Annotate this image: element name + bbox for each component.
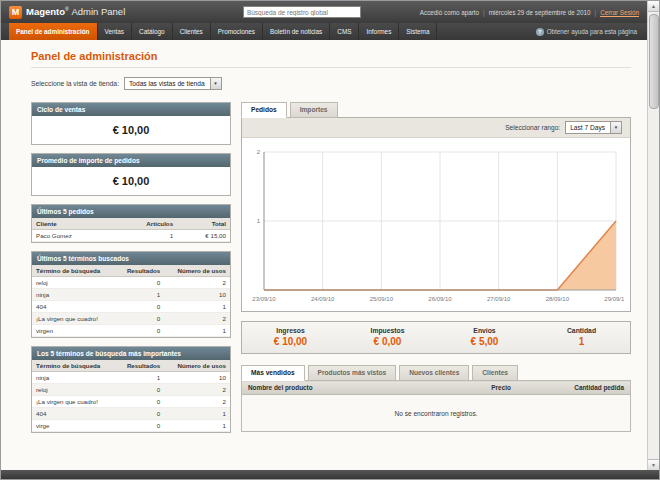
top-search-terms-table: Término de búsquedaResultadosNúmero de u… — [32, 360, 230, 432]
store-view-select[interactable]: Todas las vistas de tienda ▼ — [124, 77, 222, 90]
table-row: reloj02 — [32, 384, 230, 396]
brand-area: M Magento® Admin Panel — [9, 6, 184, 19]
range-select[interactable]: Last 7 Days ▼ — [565, 121, 622, 134]
total-cell: Envíos€ 5,00 — [436, 322, 533, 353]
table-row: ¡La virgen que cuadro!02 — [32, 396, 230, 408]
table-row: ¡La virgen que cuadro!02 — [32, 313, 230, 325]
dashboard-main: PedidosImportes Seleccionar rango: Last … — [241, 102, 631, 441]
card-title: Últimos 5 pedidos — [32, 205, 230, 218]
svg-text:28/09/10: 28/09/10 — [546, 296, 570, 302]
total-value: € 10,00 — [242, 336, 339, 347]
lifetime-sales-value: € 10,00 — [32, 116, 230, 144]
total-cell: Cantidad1 — [533, 322, 630, 353]
main-nav: Panel de administraciónVentasCatálogoCli… — [1, 23, 647, 40]
empty-message: No se encontraron registros. — [242, 395, 631, 432]
range-label: Seleccionar rango: — [505, 124, 560, 131]
app-subtitle: Admin Panel — [71, 7, 125, 18]
column-header: Resultados — [116, 360, 164, 372]
column-header: Cliente — [32, 218, 113, 230]
column-header: Cantidad pedida — [517, 381, 631, 395]
bottom-tabs: Más vendidosProductos más vistosNuevos c… — [241, 365, 631, 381]
total-label: Cantidad — [533, 327, 630, 334]
separator: | — [483, 9, 485, 16]
total-label: Envíos — [436, 327, 533, 334]
chart-panel: Seleccionar rango: Last 7 Days ▼ 23/09/1… — [241, 117, 631, 312]
svg-text:24/09/10: 24/09/10 — [311, 296, 335, 302]
svg-text:23/09/10: 23/09/10 — [252, 296, 276, 302]
help-label: Obtener ayuda para esta página — [547, 28, 637, 35]
total-value: € 0,00 — [339, 336, 436, 347]
chevron-down-icon: ▼ — [210, 78, 221, 89]
table-row: ninja110 — [32, 372, 230, 384]
chevron-down-icon: ▼ — [610, 122, 621, 133]
table-row: 40401 — [32, 301, 230, 313]
nav-item[interactable]: Informes — [359, 23, 399, 40]
nav-item[interactable]: Promociones — [211, 23, 263, 40]
nav-item[interactable]: Clientes — [173, 23, 211, 40]
total-cell: Ingresos€ 10,00 — [242, 322, 339, 353]
last-search-terms-table: Término de búsquedaResultadosNúmero de u… — [32, 265, 230, 337]
nav-item[interactable]: Boletín de noticias — [263, 23, 330, 40]
total-value: € 5,00 — [436, 336, 533, 347]
card-title: Ciclo de ventas — [32, 103, 230, 116]
top-header-bar: M Magento® Admin Panel Accedió como apar… — [1, 1, 647, 23]
column-header: Número de usos — [164, 360, 230, 372]
nav-items: Panel de administraciónVentasCatálogoCli… — [9, 23, 437, 40]
store-switcher: Seleccione la vista de tienda: Todas las… — [31, 77, 631, 90]
help-link[interactable]: ? Obtener ayuda para esta página — [526, 23, 647, 40]
page-content: Panel de administración Seleccione la vi… — [1, 40, 647, 470]
dashboard-tabs: PedidosImportes — [241, 102, 631, 118]
svg-text:1: 1 — [257, 218, 261, 224]
nav-item[interactable]: Ventas — [98, 23, 133, 40]
tab[interactable]: Clientes — [472, 365, 518, 381]
nav-item[interactable]: Sistema — [399, 23, 437, 40]
total-cell: Impuestos€ 0,00 — [339, 322, 436, 353]
global-search-input[interactable] — [243, 6, 361, 18]
tab[interactable]: Nuevos clientes — [399, 365, 469, 381]
totals-bar: Ingresos€ 10,00Impuestos€ 0,00Envíos€ 5,… — [241, 321, 631, 354]
top-search-terms-card: Los 5 términos de búsqueda más important… — [31, 346, 231, 433]
logout-link[interactable]: Cerrar Sesión — [600, 9, 639, 16]
tab[interactable]: Más vendidos — [241, 365, 305, 381]
products-table: Nombre del productoPrecioCantidad pedida… — [241, 380, 631, 432]
table-row: 40401 — [32, 408, 230, 420]
orders-chart-svg: 23/09/1024/09/1025/09/1026/09/1027/09/10… — [248, 146, 624, 304]
column-header: Resultados — [116, 265, 164, 277]
vertical-scrollbar[interactable]: ▲ ▼ — [647, 1, 659, 470]
current-date: miércoles 29 de septiembre de 2010 — [489, 9, 591, 16]
scroll-up-icon[interactable]: ▲ — [648, 1, 660, 12]
magento-logo-icon: M — [9, 6, 22, 19]
orders-chart: 23/09/1024/09/1025/09/1026/09/1027/09/10… — [242, 138, 630, 311]
last-orders-table: ClienteArtículosTotal Paco Gomez1€ 15,00 — [32, 218, 230, 242]
scrollbar-thumb[interactable] — [649, 14, 659, 109]
svg-text:2: 2 — [257, 149, 261, 155]
nav-item[interactable]: CMS — [330, 23, 359, 40]
empty-row: No se encontraron registros. — [242, 395, 631, 432]
lifetime-sales-card: Ciclo de ventas € 10,00 — [31, 102, 231, 145]
column-header: Término de búsqueda — [32, 265, 116, 277]
svg-text:25/09/10: 25/09/10 — [370, 296, 394, 302]
registered-mark: ® — [65, 6, 69, 12]
column-header: Total — [177, 218, 230, 230]
store-view-value: Todas las vistas de tienda — [129, 80, 205, 87]
column-header: Nombre del producto — [242, 381, 460, 395]
tab[interactable]: Importes — [290, 102, 338, 118]
nav-item[interactable]: Catálogo — [132, 23, 173, 40]
average-order-value: € 10,00 — [32, 167, 230, 195]
svg-text:26/09/10: 26/09/10 — [428, 296, 452, 302]
table-row: virge01 — [32, 420, 230, 432]
magento-admin-window: M Magento® Admin Panel Accedió como apar… — [0, 0, 660, 480]
scroll-down-icon[interactable]: ▼ — [648, 459, 660, 470]
tab[interactable]: Productos más vistos — [308, 365, 397, 381]
column-header: Artículos — [113, 218, 177, 230]
page-title: Panel de administración — [31, 50, 631, 68]
card-title: Promedio de importe de pedidos — [32, 154, 230, 167]
table-row: virgen01 — [32, 325, 230, 337]
nav-item[interactable]: Panel de administración — [9, 23, 98, 40]
range-value: Last 7 Days — [570, 124, 605, 131]
total-label: Ingresos — [242, 327, 339, 334]
logged-in-as: Accedió como aparto — [420, 9, 479, 16]
tab[interactable]: Pedidos — [241, 102, 287, 118]
range-bar: Seleccionar rango: Last 7 Days ▼ — [242, 118, 630, 138]
total-label: Impuestos — [339, 327, 436, 334]
